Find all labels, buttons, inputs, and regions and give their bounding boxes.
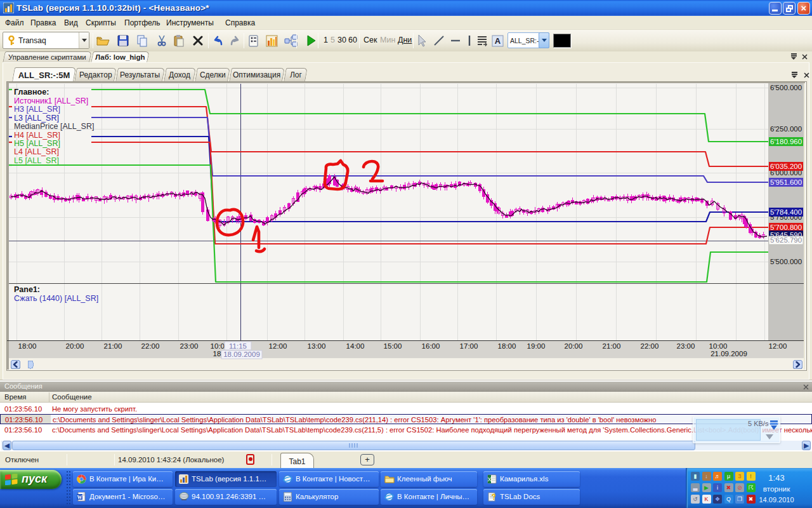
- svg-text:X: X: [487, 476, 491, 483]
- svg-text:23:00: 23:00: [677, 342, 695, 350]
- svg-text:H5 [ALL_SR]: H5 [ALL_SR]: [14, 139, 60, 148]
- svg-text:22:00: 22:00: [641, 342, 659, 350]
- svg-text:6'500.000: 6'500.000: [770, 84, 802, 91]
- svg-text:21:00: 21:00: [603, 342, 621, 350]
- svg-text:H4 [ALL_SR]: H4 [ALL_SR]: [14, 131, 60, 140]
- svg-text:5'700.800: 5'700.800: [770, 224, 802, 231]
- svg-text:18: 18: [213, 350, 221, 358]
- svg-text:15:00: 15:00: [384, 342, 402, 350]
- svg-text:20:00: 20:00: [565, 342, 583, 350]
- svg-text:10:00: 10:00: [709, 342, 728, 350]
- svg-text:5'951.600: 5'951.600: [770, 178, 802, 186]
- svg-text:Главное:: Главное:: [14, 88, 49, 97]
- svg-text:6'180.960: 6'180.960: [770, 138, 802, 145]
- svg-text:22:00: 22:00: [141, 342, 160, 350]
- svg-text:A: A: [495, 36, 501, 46]
- svg-text:16:00: 16:00: [422, 342, 440, 350]
- svg-text:5'784.400: 5'784.400: [770, 208, 802, 216]
- svg-text:L5 [ALL_SR]: L5 [ALL_SR]: [14, 156, 59, 165]
- svg-text:13:00: 13:00: [308, 342, 326, 350]
- svg-text:MedianPrice [ALL_SR]: MedianPrice [ALL_SR]: [14, 122, 94, 131]
- svg-text:18:00: 18:00: [498, 342, 516, 350]
- svg-text:23:00: 23:00: [180, 342, 199, 350]
- svg-text:19:00: 19:00: [527, 342, 546, 350]
- svg-text:6'035.200: 6'035.200: [770, 163, 802, 170]
- svg-text:18.09.2009: 18.09.2009: [223, 351, 260, 358]
- svg-text:Сжать (1440) [ALL_SR]: Сжать (1440) [ALL_SR]: [14, 294, 98, 303]
- svg-text:21:00: 21:00: [104, 342, 122, 350]
- svg-text:5'625.790: 5'625.790: [770, 236, 802, 244]
- svg-text:6'250.000: 6'250.000: [770, 125, 802, 133]
- svg-text:11:15: 11:15: [229, 342, 247, 350]
- svg-text:Pane1:: Pane1:: [14, 285, 40, 294]
- svg-text:5'500.000: 5'500.000: [770, 258, 802, 265]
- svg-text:12:00: 12:00: [269, 342, 287, 350]
- svg-text:L4 [ALL_SR]: L4 [ALL_SR]: [14, 147, 59, 156]
- svg-text:18:00: 18:00: [18, 342, 37, 350]
- svg-text:W: W: [77, 495, 82, 500]
- svg-text:20:00: 20:00: [66, 342, 84, 350]
- svg-text:17:00: 17:00: [460, 342, 478, 350]
- svg-text:L3 [ALL_SR]: L3 [ALL_SR]: [14, 114, 59, 123]
- svg-text:Источник1 [ALL_SR]: Источник1 [ALL_SR]: [14, 97, 88, 105]
- svg-text:12:00: 12:00: [769, 342, 787, 350]
- svg-text:14:00: 14:00: [346, 342, 365, 350]
- svg-text:21.09.2009: 21.09.2009: [710, 350, 747, 358]
- svg-text:H3 [ALL_SR]: H3 [ALL_SR]: [14, 105, 60, 114]
